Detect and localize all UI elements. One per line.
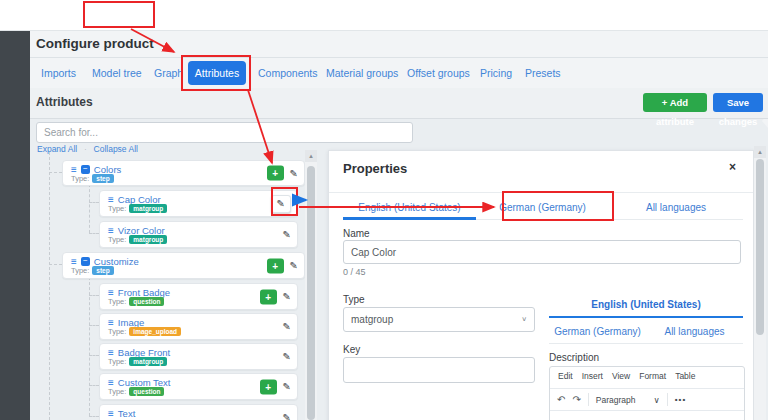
type-badge: matgroup: [129, 235, 167, 244]
language-tab-german[interactable]: German (Germany): [476, 198, 609, 218]
drag-handle-icon[interactable]: ≡: [108, 409, 114, 419]
tab-graph[interactable]: Graph: [154, 58, 183, 88]
edit-icon[interactable]: ✎: [290, 261, 298, 271]
expand-all-link[interactable]: Expand All: [37, 144, 77, 154]
paragraph-style-dropdown[interactable]: Paragraph ∨: [596, 395, 660, 405]
top-navbar: [0, 0, 768, 31]
editor-menu-edit[interactable]: Edit: [558, 371, 573, 381]
type-label: Type:: [108, 297, 126, 306]
collapse-all-link[interactable]: Collapse All: [94, 144, 138, 154]
type-select-value: matgroup: [351, 314, 393, 325]
tree-connector: [89, 277, 90, 416]
desc-language-tab-english[interactable]: English (United States): [549, 299, 743, 310]
tree-row-front-badge[interactable]: ≡Front Badge Type:question +✎: [99, 283, 298, 310]
edit-icon[interactable]: ✎: [283, 413, 291, 420]
tree-row-colors[interactable]: ≡−Colors Type:step +✎: [62, 160, 305, 186]
edit-icon[interactable]: ✎: [283, 352, 291, 362]
tree-row-badge-front[interactable]: ≡Badge Front Type:matgroup ✎: [99, 343, 298, 370]
type-badge: step: [92, 266, 113, 275]
editor-menu-table[interactable]: Table: [675, 371, 695, 381]
type-badge: matgroup: [129, 204, 167, 213]
edit-icon[interactable]: ✎: [271, 195, 291, 213]
type-label: Type:: [108, 327, 126, 336]
key-field[interactable]: [343, 357, 535, 383]
tree-connector: [89, 233, 99, 234]
drag-handle-icon[interactable]: ≡: [108, 195, 114, 205]
tab-attributes-active[interactable]: Attributes: [188, 61, 246, 85]
type-badge: question: [129, 297, 164, 306]
edit-icon[interactable]: ✎: [283, 230, 291, 240]
scroll-up-icon[interactable]: ▴: [305, 150, 317, 162]
rich-text-editor: Edit Insert View Format Table ↶ ↷ Paragr…: [549, 366, 745, 420]
tree-row-customize[interactable]: ≡−Customize Type:step +✎: [62, 252, 305, 279]
drag-handle-icon[interactable]: ≡: [108, 226, 114, 236]
editor-menu-view[interactable]: View: [612, 371, 630, 381]
redo-icon[interactable]: ↷: [572, 394, 580, 406]
search-input[interactable]: [36, 122, 413, 143]
editor-menu-insert[interactable]: Insert: [582, 371, 603, 381]
add-child-button[interactable]: +: [260, 379, 277, 394]
type-badge: question: [129, 387, 164, 396]
app-window: Basics Configure Showcase Rules Preview …: [0, 0, 768, 420]
add-child-button[interactable]: +: [267, 166, 284, 181]
collapse-toggle-icon[interactable]: −: [81, 165, 90, 174]
add-child-button[interactable]: +: [260, 289, 277, 304]
close-icon[interactable]: ×: [729, 160, 736, 174]
tab-pricing[interactable]: Pricing: [480, 58, 512, 88]
tree-scrollbar[interactable]: ▴: [305, 150, 317, 420]
section-title: Attributes: [36, 95, 93, 109]
add-attribute-button[interactable]: + Add attribute: [643, 93, 707, 112]
edit-icon[interactable]: ✎: [283, 292, 291, 302]
type-label: Type:: [71, 174, 89, 183]
desc-language-tab-german[interactable]: German (Germany): [549, 326, 646, 337]
drag-handle-icon[interactable]: ≡: [71, 257, 77, 267]
character-counter: 0 / 45: [343, 267, 366, 277]
edit-icon[interactable]: ✎: [290, 168, 298, 178]
active-tab-underline: [343, 217, 476, 220]
tab-presets[interactable]: Presets: [525, 58, 561, 88]
editor-menu-format[interactable]: Format: [639, 371, 666, 381]
add-child-button[interactable]: +: [267, 258, 284, 273]
type-label: Type:: [108, 204, 126, 213]
tree-row-custom-text[interactable]: ≡Custom Text Type:question +✎: [99, 373, 298, 400]
edit-icon[interactable]: ✎: [283, 382, 291, 392]
name-field[interactable]: [343, 240, 741, 264]
tree-connector: [49, 172, 62, 173]
scroll-up-icon[interactable]: ▴: [754, 146, 766, 158]
tab-material-groups[interactable]: Material groups: [326, 58, 398, 88]
divider: [329, 192, 753, 193]
tree-row-text[interactable]: ≡Text ✎: [99, 404, 298, 420]
page-scrollbar[interactable]: ▴: [754, 146, 766, 420]
language-tab-english[interactable]: English (United States): [343, 198, 476, 218]
type-select[interactable]: matgroup ∨: [343, 307, 535, 332]
page-title: Configure product: [36, 36, 154, 51]
undo-icon[interactable]: ↶: [557, 394, 565, 406]
tab-offset-groups[interactable]: Offset groups: [407, 58, 470, 88]
tab-components[interactable]: Components: [258, 58, 318, 88]
drag-handle-icon[interactable]: ≡: [108, 288, 114, 298]
type-label: Type:: [108, 357, 126, 366]
more-options-icon[interactable]: •••: [675, 395, 686, 404]
tab-model-tree[interactable]: Model tree: [92, 58, 142, 88]
tree-row-image[interactable]: ≡Image Type:image_upload ✎: [99, 313, 298, 340]
drag-handle-icon[interactable]: ≡: [108, 378, 114, 388]
attribute-name[interactable]: Text: [118, 408, 135, 419]
tree-connector: [89, 355, 99, 356]
tree-connector: [49, 264, 62, 265]
page-scrollbar-thumb[interactable]: [756, 159, 764, 335]
drag-handle-icon[interactable]: ≡: [71, 165, 77, 175]
language-tab-all[interactable]: All languages: [609, 198, 743, 218]
edit-icon[interactable]: ✎: [283, 322, 291, 332]
tree-row-vizor-color[interactable]: ≡Vizor Color Type:matgroup ✎: [99, 221, 298, 248]
tab-imports[interactable]: Imports: [41, 58, 76, 88]
collapse-toggle-icon[interactable]: −: [81, 257, 90, 266]
type-label: Type:: [108, 387, 126, 396]
desc-language-tab-all[interactable]: All languages: [646, 326, 743, 337]
save-changes-button[interactable]: Save changes: [713, 93, 763, 112]
tree-scrollbar-thumb[interactable]: [307, 166, 315, 420]
tree-row-cap-color[interactable]: ≡Cap Color Type:matgroup ✎: [99, 190, 298, 217]
type-badge: image_upload: [129, 327, 181, 336]
drag-handle-icon[interactable]: ≡: [108, 318, 114, 328]
drag-handle-icon[interactable]: ≡: [108, 348, 114, 358]
editor-content-area[interactable]: [550, 411, 744, 420]
